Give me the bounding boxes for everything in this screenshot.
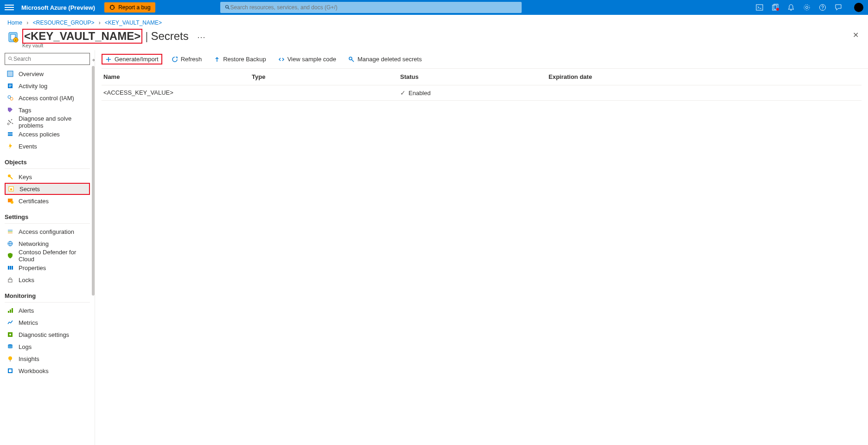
resource-type-label: Key vault xyxy=(22,43,205,48)
chevron-right-icon: › xyxy=(99,19,101,26)
global-search-input[interactable] xyxy=(230,4,517,11)
top-bar: Microsoft Azure (Preview) Report a bug ? xyxy=(0,0,868,15)
refresh-button[interactable]: Refresh xyxy=(169,54,205,64)
section-objects: Objects xyxy=(5,159,90,166)
svg-rect-48 xyxy=(8,266,9,270)
svg-rect-21 xyxy=(15,39,16,41)
svg-line-23 xyxy=(11,59,13,61)
diagnose-icon xyxy=(6,118,14,126)
close-icon[interactable]: ✕ xyxy=(853,31,859,39)
workbooks-icon xyxy=(6,367,14,374)
svg-point-31 xyxy=(10,97,13,100)
title-separator: | xyxy=(145,30,148,43)
svg-point-6 xyxy=(225,6,228,8)
breadcrumb-rg[interactable]: <RESOURCE_GROUP> xyxy=(33,19,95,26)
sidebar-scrollbar[interactable] xyxy=(91,66,95,445)
tags-icon xyxy=(6,106,14,114)
sidebar-item-tags[interactable]: Tags xyxy=(5,104,90,116)
cell-expiration xyxy=(549,89,860,97)
sidebar-item-diagnostic-settings[interactable]: Diagnostic settings xyxy=(5,329,90,341)
more-icon[interactable]: ⋯ xyxy=(197,32,205,42)
sidebar-item-access-config[interactable]: Access configuration xyxy=(5,226,90,238)
view-sample-code-button[interactable]: View sample code xyxy=(275,54,339,64)
svg-point-41 xyxy=(11,201,13,204)
sidebar-item-defender[interactable]: Contoso Defender for Cloud xyxy=(5,250,90,262)
sidebar-search[interactable] xyxy=(5,53,90,65)
sidebar-item-insights[interactable]: Insights xyxy=(5,353,90,365)
svg-rect-54 xyxy=(12,308,13,313)
col-header-name[interactable]: Name xyxy=(103,73,252,80)
svg-text:?: ? xyxy=(821,5,824,10)
events-icon xyxy=(6,142,14,150)
sidebar-item-events[interactable]: Events xyxy=(5,140,90,152)
col-header-status[interactable]: Status xyxy=(400,73,549,80)
svg-point-58 xyxy=(8,356,12,360)
plus-icon xyxy=(105,56,112,63)
collapse-sidebar-icon[interactable]: « xyxy=(92,57,95,63)
restore-backup-button[interactable]: Restore Backup xyxy=(211,54,269,64)
notifications-icon[interactable] xyxy=(787,4,795,11)
sidebar-item-keys[interactable]: Keys xyxy=(5,171,90,183)
logs-icon xyxy=(6,343,14,350)
report-bug-button[interactable]: Report a bug xyxy=(104,2,155,13)
search-icon xyxy=(225,5,230,10)
certificates-icon xyxy=(6,197,14,205)
svg-point-22 xyxy=(9,57,12,60)
properties-icon xyxy=(6,264,14,271)
svg-point-12 xyxy=(776,8,779,11)
insights-icon xyxy=(6,355,14,362)
settings-icon[interactable] xyxy=(803,4,811,11)
col-header-expiration[interactable]: Expiration date xyxy=(549,73,860,80)
cloud-shell-icon[interactable] xyxy=(756,4,763,11)
sidebar-item-access-control[interactable]: Access control (IAM) xyxy=(5,92,90,104)
page-header: <KEY_VAULT_NAME> | Secrets ⋯ Key vault ✕ xyxy=(0,29,868,50)
sidebar-item-diagnose[interactable]: Diagnose and solve problems xyxy=(5,116,90,128)
table-row[interactable]: <ACCESS_KEY_VALUE> ✓ Enabled xyxy=(102,85,862,101)
policies-icon xyxy=(6,130,14,138)
chevron-right-icon: › xyxy=(26,19,28,26)
sidebar-item-secrets[interactable]: Secrets xyxy=(5,183,90,195)
svg-point-32 xyxy=(7,123,9,125)
sidebar-item-networking[interactable]: Networking xyxy=(5,238,90,250)
sidebar-item-properties[interactable]: Properties xyxy=(5,262,90,274)
menu-icon[interactable] xyxy=(5,5,14,10)
sidebar: « Overview Activity log Access control (… xyxy=(0,50,95,445)
user-avatar[interactable] xyxy=(854,3,863,12)
sidebar-item-alerts[interactable]: Alerts xyxy=(5,304,90,316)
sidebar-item-locks[interactable]: Locks xyxy=(5,274,90,286)
page-subtitle-section: Secrets xyxy=(151,30,188,43)
sidebar-search-input[interactable] xyxy=(13,56,87,62)
secrets-icon xyxy=(7,185,15,193)
help-icon[interactable]: ? xyxy=(819,4,826,11)
svg-line-37 xyxy=(10,177,13,179)
diagnostic-settings-icon xyxy=(6,331,14,338)
global-search[interactable] xyxy=(220,2,522,13)
report-bug-label: Report a bug xyxy=(118,4,150,11)
brand-label[interactable]: Microsoft Azure (Preview) xyxy=(21,4,95,11)
manage-deleted-button[interactable]: Manage deleted secrets xyxy=(345,54,425,64)
svg-rect-53 xyxy=(10,310,11,313)
breadcrumb-kv[interactable]: <KEY_VAULT_NAME> xyxy=(105,19,162,26)
svg-point-14 xyxy=(806,6,808,9)
svg-rect-51 xyxy=(8,279,12,282)
generate-import-button[interactable]: Generate/Import xyxy=(102,54,162,64)
col-header-type[interactable]: Type xyxy=(252,73,400,80)
toolbar: Generate/Import Refresh Restore Backup V… xyxy=(102,50,868,69)
feedback-icon[interactable] xyxy=(835,4,842,11)
main-content: Generate/Import Refresh Restore Backup V… xyxy=(95,50,868,445)
sidebar-item-workbooks[interactable]: Workbooks xyxy=(5,365,90,377)
svg-point-15 xyxy=(804,5,810,10)
metrics-icon xyxy=(6,319,14,326)
sidebar-item-certificates[interactable]: Certificates xyxy=(5,195,90,207)
svg-rect-8 xyxy=(756,5,763,10)
section-settings: Settings xyxy=(5,213,90,220)
sidebar-item-overview[interactable]: Overview xyxy=(5,68,90,80)
directories-icon[interactable] xyxy=(772,4,779,11)
breadcrumb-home[interactable]: Home xyxy=(7,19,22,26)
sidebar-item-metrics[interactable]: Metrics xyxy=(5,316,90,329)
sidebar-item-access-policies[interactable]: Access policies xyxy=(5,128,90,140)
upload-icon xyxy=(214,56,220,63)
cell-type xyxy=(252,89,400,97)
sidebar-item-activity-log[interactable]: Activity log xyxy=(5,80,90,92)
sidebar-item-logs[interactable]: Logs xyxy=(5,341,90,353)
